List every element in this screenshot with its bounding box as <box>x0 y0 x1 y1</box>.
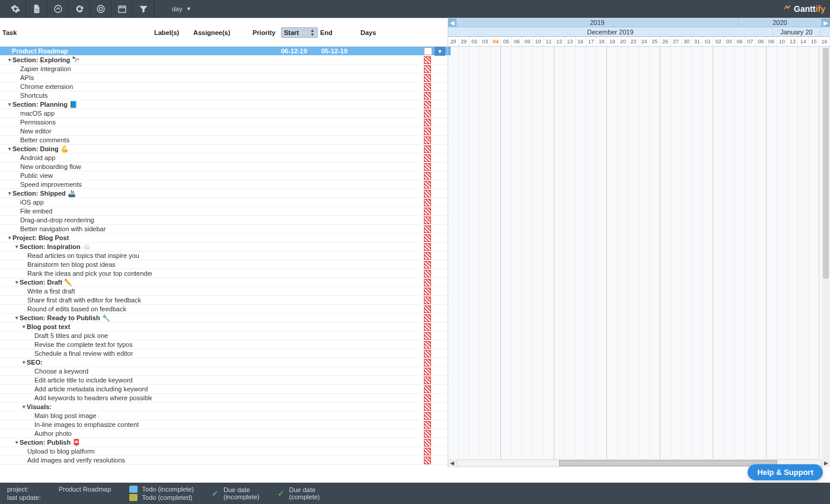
day-cell[interactable]: 24 <box>639 37 650 46</box>
calendar-icon[interactable] <box>111 0 133 18</box>
task-row[interactable]: Choose a keyword <box>0 367 448 376</box>
year-cell[interactable]: 2020 <box>739 18 822 27</box>
col-start[interactable]: Start▲▼ <box>281 27 318 38</box>
day-cell[interactable]: 10 <box>533 37 544 46</box>
day-cell[interactable]: 13 <box>787 37 798 46</box>
task-row[interactable]: New onboarding flow <box>0 162 448 171</box>
expand-caret[interactable]: ▾ <box>23 404 25 410</box>
task-row[interactable]: Edit article title to include keyword <box>0 376 448 385</box>
task-row[interactable]: ▾Project: Blog Post <box>0 234 448 243</box>
expand-caret[interactable]: ▾ <box>8 235 11 241</box>
gantt-body[interactable] <box>448 47 830 459</box>
task-row[interactable]: Main blog post image <box>0 412 448 420</box>
task-row[interactable]: Chrome extension <box>0 82 448 91</box>
day-cell[interactable]: 03 <box>724 37 735 46</box>
day-cell[interactable]: 01 <box>703 37 713 46</box>
task-row[interactable]: ▾Visuals: <box>0 403 448 412</box>
year-cell[interactable]: 2019 <box>456 18 739 27</box>
task-row[interactable]: ▾Section: Draft ✏️ <box>0 278 448 287</box>
col-end[interactable]: End <box>318 29 358 36</box>
day-cell[interactable]: 20 <box>618 37 628 46</box>
col-days[interactable]: Days <box>358 29 388 36</box>
target-icon[interactable] <box>90 0 111 18</box>
task-row[interactable]: Drag-and-drop reordering <box>0 216 448 225</box>
day-cell[interactable]: 25 <box>650 37 660 46</box>
expand-caret[interactable]: ▾ <box>15 315 18 321</box>
day-cell[interactable]: 06 <box>512 37 522 46</box>
day-cell[interactable]: 08 <box>756 37 767 46</box>
scroll-left[interactable]: ◀ <box>448 460 456 466</box>
task-row[interactable]: ▾Section: Planning 📘 <box>0 100 448 109</box>
task-row[interactable]: macOS app <box>0 109 448 118</box>
day-cell[interactable]: 13 <box>565 37 576 46</box>
gantt-bar-project[interactable] <box>448 47 451 55</box>
task-row[interactable]: Android app <box>0 154 448 162</box>
day-cell[interactable]: 09 <box>767 37 777 46</box>
task-row[interactable]: APIs <box>0 74 448 82</box>
day-cell[interactable]: 27 <box>671 37 682 46</box>
day-cell[interactable]: 02 <box>470 37 480 46</box>
task-row[interactable]: ▾Section: Exploring 🔭 <box>0 56 448 65</box>
day-cell[interactable]: 03 <box>480 37 491 46</box>
task-row[interactable]: ▾Blog post text <box>0 323 448 331</box>
task-row[interactable]: Add article metadata including keyword <box>0 385 448 394</box>
task-row[interactable]: Zapier integration <box>0 65 448 74</box>
col-priority[interactable]: Priority <box>250 29 281 36</box>
expand-caret[interactable]: ▾ <box>8 57 11 63</box>
task-row[interactable]: Write a first draft <box>0 287 448 296</box>
expand-caret[interactable]: ▾ <box>8 146 11 152</box>
day-cell[interactable]: 19 <box>607 37 618 46</box>
task-row[interactable]: Better comments <box>0 136 448 145</box>
task-row[interactable]: ▾Section: Ready to Publish 🔧 <box>0 314 448 323</box>
task-row[interactable]: Revise the complete text for typos <box>0 340 448 349</box>
day-cell[interactable]: 10 <box>777 37 788 46</box>
day-cell[interactable]: 02 <box>713 37 724 46</box>
day-cell[interactable]: 07 <box>745 37 756 46</box>
year-prev[interactable]: ◀ <box>448 18 456 27</box>
day-cell[interactable]: 16 <box>819 37 830 46</box>
expand-caret[interactable]: ▾ <box>8 190 11 196</box>
task-row[interactable]: Draft 5 titles and pick one <box>0 331 448 340</box>
task-row[interactable]: File embed <box>0 207 448 216</box>
task-row[interactable]: iOS app <box>0 198 448 207</box>
col-label[interactable]: Label(s) <box>152 29 191 36</box>
col-assignee[interactable]: Assignee(s) <box>191 29 250 36</box>
day-cell[interactable]: 14 <box>798 37 809 46</box>
refresh-icon[interactable] <box>69 0 90 18</box>
task-list[interactable]: Product Roadmap06-12-1905-12-19▼▾Section… <box>0 47 448 467</box>
task-row[interactable]: Author photo <box>0 429 448 438</box>
project-expand[interactable]: ▼ <box>435 47 445 56</box>
vscroll-thumb[interactable] <box>823 48 829 279</box>
filter-icon[interactable] <box>133 0 154 18</box>
task-row[interactable]: ▾Section: Doing 💪 <box>0 145 448 154</box>
task-row[interactable]: Round of edits based on feedback <box>0 305 448 314</box>
day-cell[interactable]: 17 <box>586 37 597 46</box>
settings-icon[interactable] <box>5 0 26 18</box>
month-cell[interactable]: January 20 <box>773 27 821 36</box>
day-cell[interactable]: 12 <box>554 37 565 46</box>
task-row[interactable]: In-line images to emphasize content <box>0 420 448 429</box>
task-row[interactable]: ▾Section: Inspiration ☁️ <box>0 243 448 251</box>
project-row[interactable]: Product Roadmap06-12-1905-12-19▼ <box>0 47 448 56</box>
expand-caret[interactable]: ▾ <box>8 101 11 107</box>
task-row[interactable]: New editor <box>0 127 448 136</box>
hscroll-thumb[interactable] <box>559 460 777 466</box>
collapse-icon[interactable] <box>47 0 69 18</box>
month-cell[interactable]: December 2019 <box>448 27 773 36</box>
day-cell[interactable]: 30 <box>682 37 692 46</box>
expand-caret[interactable]: ▾ <box>15 244 18 250</box>
task-row[interactable]: Better navigation with sidebar <box>0 225 448 234</box>
day-cell[interactable]: 28 <box>448 37 459 46</box>
expand-caret[interactable]: ▾ <box>23 324 25 330</box>
task-row[interactable]: Upload to blog platform <box>0 447 448 456</box>
task-row[interactable]: Schedule a final review with editor <box>0 349 448 358</box>
day-cell[interactable]: 11 <box>544 37 554 46</box>
expand-caret[interactable]: ▾ <box>15 439 18 445</box>
expand-caret[interactable]: ▾ <box>15 279 18 285</box>
year-next[interactable]: ▶ <box>822 18 830 27</box>
task-row[interactable]: Brainstorm ten blog post ideas <box>0 260 448 269</box>
day-cell[interactable]: 09 <box>522 37 533 46</box>
task-row[interactable]: ▾Section: Publish 📮 <box>0 438 448 447</box>
task-row[interactable]: Add images and verify resolutions <box>0 456 448 465</box>
expand-caret[interactable]: ▾ <box>23 359 25 365</box>
